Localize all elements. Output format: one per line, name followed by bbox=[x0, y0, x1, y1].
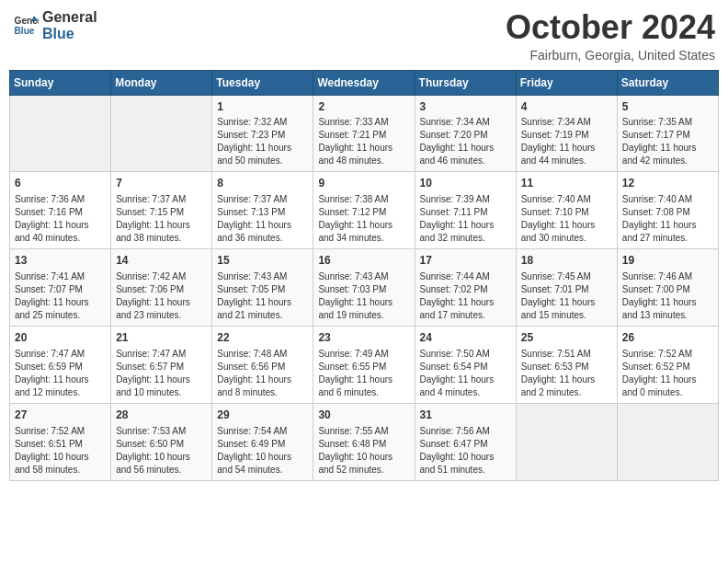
calendar-cell bbox=[10, 95, 111, 172]
calendar-cell: 9Sunrise: 7:38 AM Sunset: 7:12 PM Daylig… bbox=[313, 172, 415, 249]
day-number: 9 bbox=[318, 176, 409, 191]
day-number: 17 bbox=[420, 253, 511, 269]
column-header-monday: Monday bbox=[111, 70, 212, 95]
page-header: General Blue General Blue October 2024 F… bbox=[9, 9, 719, 63]
calendar-cell: 17Sunrise: 7:44 AM Sunset: 7:02 PM Dayli… bbox=[415, 249, 516, 327]
day-info: Sunrise: 7:47 AM Sunset: 6:57 PM Dayligh… bbox=[116, 348, 207, 399]
day-number: 3 bbox=[420, 99, 511, 115]
day-info: Sunrise: 7:47 AM Sunset: 6:59 PM Dayligh… bbox=[15, 348, 106, 399]
calendar-cell: 15Sunrise: 7:43 AM Sunset: 7:05 PM Dayli… bbox=[212, 249, 313, 327]
calendar-cell: 31Sunrise: 7:56 AM Sunset: 6:47 PM Dayli… bbox=[415, 403, 516, 480]
calendar-cell: 20Sunrise: 7:47 AM Sunset: 6:59 PM Dayli… bbox=[10, 326, 111, 403]
day-number: 25 bbox=[521, 330, 612, 346]
column-header-saturday: Saturday bbox=[617, 70, 718, 95]
day-info: Sunrise: 7:36 AM Sunset: 7:16 PM Dayligh… bbox=[15, 193, 106, 245]
calendar-cell: 6Sunrise: 7:36 AM Sunset: 7:16 PM Daylig… bbox=[10, 172, 111, 249]
calendar-cell: 25Sunrise: 7:51 AM Sunset: 6:53 PM Dayli… bbox=[516, 326, 617, 403]
calendar-cell: 4Sunrise: 7:34 AM Sunset: 7:19 PM Daylig… bbox=[516, 95, 617, 172]
day-info: Sunrise: 7:37 AM Sunset: 7:13 PM Dayligh… bbox=[217, 193, 308, 245]
day-info: Sunrise: 7:43 AM Sunset: 7:05 PM Dayligh… bbox=[217, 270, 308, 322]
column-header-thursday: Thursday bbox=[415, 70, 516, 95]
day-info: Sunrise: 7:51 AM Sunset: 6:53 PM Dayligh… bbox=[521, 348, 612, 399]
location: Fairburn, Georgia, United States bbox=[506, 48, 715, 63]
day-number: 22 bbox=[217, 330, 308, 346]
calendar-cell: 30Sunrise: 7:55 AM Sunset: 6:48 PM Dayli… bbox=[313, 403, 415, 480]
day-number: 27 bbox=[15, 408, 106, 423]
day-info: Sunrise: 7:44 AM Sunset: 7:02 PM Dayligh… bbox=[420, 270, 511, 322]
week-row-2: 6Sunrise: 7:36 AM Sunset: 7:16 PM Daylig… bbox=[10, 172, 719, 249]
calendar-cell: 7Sunrise: 7:37 AM Sunset: 7:15 PM Daylig… bbox=[111, 172, 212, 249]
day-number: 26 bbox=[622, 330, 713, 346]
calendar-cell: 13Sunrise: 7:41 AM Sunset: 7:07 PM Dayli… bbox=[10, 249, 111, 327]
calendar-cell: 10Sunrise: 7:39 AM Sunset: 7:11 PM Dayli… bbox=[415, 172, 516, 249]
day-info: Sunrise: 7:52 AM Sunset: 6:52 PM Dayligh… bbox=[622, 348, 713, 399]
day-number: 14 bbox=[116, 253, 207, 269]
calendar-cell bbox=[617, 403, 718, 480]
week-row-5: 27Sunrise: 7:52 AM Sunset: 6:51 PM Dayli… bbox=[10, 403, 719, 480]
calendar-cell: 29Sunrise: 7:54 AM Sunset: 6:49 PM Dayli… bbox=[212, 403, 313, 480]
day-info: Sunrise: 7:49 AM Sunset: 6:55 PM Dayligh… bbox=[318, 348, 409, 399]
title-block: October 2024 Fairburn, Georgia, United S… bbox=[506, 9, 715, 63]
calendar-cell: 8Sunrise: 7:37 AM Sunset: 7:13 PM Daylig… bbox=[212, 172, 313, 249]
day-info: Sunrise: 7:40 AM Sunset: 7:08 PM Dayligh… bbox=[622, 193, 713, 245]
day-info: Sunrise: 7:45 AM Sunset: 7:01 PM Dayligh… bbox=[521, 270, 612, 322]
day-info: Sunrise: 7:56 AM Sunset: 6:47 PM Dayligh… bbox=[420, 425, 511, 477]
calendar-cell: 1Sunrise: 7:32 AM Sunset: 7:23 PM Daylig… bbox=[212, 95, 313, 172]
logo: General Blue General Blue bbox=[13, 9, 97, 41]
day-number: 19 bbox=[622, 253, 713, 269]
calendar-cell bbox=[516, 403, 617, 480]
calendar-cell: 21Sunrise: 7:47 AM Sunset: 6:57 PM Dayli… bbox=[111, 326, 212, 403]
day-info: Sunrise: 7:46 AM Sunset: 7:00 PM Dayligh… bbox=[622, 270, 713, 322]
day-number: 6 bbox=[15, 176, 106, 191]
day-number: 18 bbox=[521, 253, 612, 269]
header-row: SundayMondayTuesdayWednesdayThursdayFrid… bbox=[10, 70, 719, 95]
logo-general: General bbox=[42, 9, 97, 26]
day-number: 2 bbox=[318, 99, 409, 115]
day-number: 10 bbox=[420, 176, 511, 191]
day-number: 15 bbox=[217, 253, 308, 269]
calendar-cell: 19Sunrise: 7:46 AM Sunset: 7:00 PM Dayli… bbox=[617, 249, 718, 327]
logo-blue: Blue bbox=[42, 26, 97, 42]
day-info: Sunrise: 7:50 AM Sunset: 6:54 PM Dayligh… bbox=[420, 348, 511, 399]
day-number: 12 bbox=[622, 176, 713, 191]
day-info: Sunrise: 7:35 AM Sunset: 7:17 PM Dayligh… bbox=[622, 116, 713, 167]
day-info: Sunrise: 7:54 AM Sunset: 6:49 PM Dayligh… bbox=[217, 425, 308, 477]
day-number: 4 bbox=[521, 99, 612, 115]
day-info: Sunrise: 7:53 AM Sunset: 6:50 PM Dayligh… bbox=[116, 425, 207, 477]
calendar-cell: 2Sunrise: 7:33 AM Sunset: 7:21 PM Daylig… bbox=[313, 95, 415, 172]
day-number: 1 bbox=[217, 99, 308, 115]
day-info: Sunrise: 7:39 AM Sunset: 7:11 PM Dayligh… bbox=[420, 193, 511, 245]
day-info: Sunrise: 7:41 AM Sunset: 7:07 PM Dayligh… bbox=[15, 270, 106, 322]
day-info: Sunrise: 7:40 AM Sunset: 7:10 PM Dayligh… bbox=[521, 193, 612, 245]
day-info: Sunrise: 7:43 AM Sunset: 7:03 PM Dayligh… bbox=[318, 270, 409, 322]
day-info: Sunrise: 7:42 AM Sunset: 7:06 PM Dayligh… bbox=[116, 270, 207, 322]
calendar-cell: 24Sunrise: 7:50 AM Sunset: 6:54 PM Dayli… bbox=[415, 326, 516, 403]
column-header-sunday: Sunday bbox=[10, 70, 111, 95]
calendar-cell: 16Sunrise: 7:43 AM Sunset: 7:03 PM Dayli… bbox=[313, 249, 415, 327]
day-number: 8 bbox=[217, 176, 308, 191]
column-header-friday: Friday bbox=[516, 70, 617, 95]
calendar-cell: 23Sunrise: 7:49 AM Sunset: 6:55 PM Dayli… bbox=[313, 326, 415, 403]
week-row-4: 20Sunrise: 7:47 AM Sunset: 6:59 PM Dayli… bbox=[10, 326, 719, 403]
day-number: 23 bbox=[318, 330, 409, 346]
day-info: Sunrise: 7:32 AM Sunset: 7:23 PM Dayligh… bbox=[217, 116, 308, 167]
day-info: Sunrise: 7:34 AM Sunset: 7:20 PM Dayligh… bbox=[420, 116, 511, 167]
day-number: 13 bbox=[15, 253, 106, 269]
logo-icon: General Blue bbox=[13, 13, 39, 39]
calendar-cell: 27Sunrise: 7:52 AM Sunset: 6:51 PM Dayli… bbox=[10, 403, 111, 480]
week-row-3: 13Sunrise: 7:41 AM Sunset: 7:07 PM Dayli… bbox=[10, 249, 719, 327]
calendar-cell: 18Sunrise: 7:45 AM Sunset: 7:01 PM Dayli… bbox=[516, 249, 617, 327]
column-header-wednesday: Wednesday bbox=[313, 70, 415, 95]
day-info: Sunrise: 7:34 AM Sunset: 7:19 PM Dayligh… bbox=[521, 116, 612, 167]
calendar-cell: 12Sunrise: 7:40 AM Sunset: 7:08 PM Dayli… bbox=[617, 172, 718, 249]
day-number: 21 bbox=[116, 330, 207, 346]
day-number: 24 bbox=[420, 330, 511, 346]
day-number: 5 bbox=[622, 99, 713, 115]
day-number: 11 bbox=[521, 176, 612, 191]
calendar-cell: 26Sunrise: 7:52 AM Sunset: 6:52 PM Dayli… bbox=[617, 326, 718, 403]
day-number: 20 bbox=[15, 330, 106, 346]
month-title: October 2024 bbox=[506, 9, 715, 46]
day-number: 28 bbox=[116, 408, 207, 423]
svg-text:Blue: Blue bbox=[15, 26, 35, 36]
day-info: Sunrise: 7:38 AM Sunset: 7:12 PM Dayligh… bbox=[318, 193, 409, 245]
